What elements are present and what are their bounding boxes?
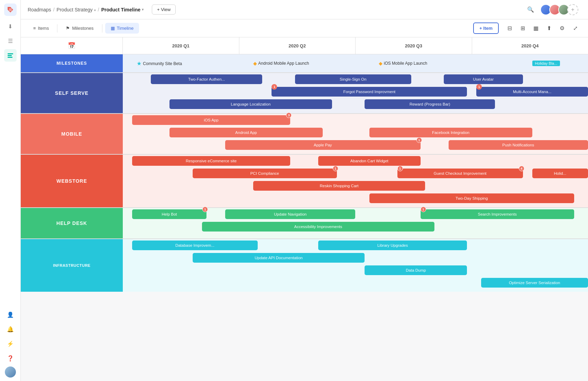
timeline-area: 📅 2020 Q1 2020 Q2 2020 Q3 2020 Q4 MILEST… — [21, 37, 588, 381]
add-user-button[interactable]: + — [567, 4, 578, 15]
breadcrumb-root[interactable]: Roadmaps — [28, 7, 51, 12]
columns-icon[interactable]: ▦ — [530, 22, 542, 34]
infra-label: INFRASTRUCTURE — [21, 239, 123, 292]
bar-reward[interactable]: Reward (Progress Bar) — [365, 99, 495, 109]
bar-optimize[interactable]: Optimize Server Serialization — [481, 278, 588, 288]
mobile-label: MOBILE — [21, 114, 123, 154]
pci-badge: 1 — [333, 166, 338, 171]
settings-icon[interactable]: ⚙ — [556, 22, 568, 34]
ios-badge: 3 — [286, 112, 292, 118]
webstore-content: Responsive eCommerce site Abandon Cart W… — [123, 155, 588, 207]
helpdesk-lane: HELP DESK Help Bot 1 Update Navigation S… — [21, 208, 588, 239]
bar-language[interactable]: Language Localization — [169, 99, 332, 109]
user-avatars: + — [540, 4, 578, 15]
sidebar-person-icon[interactable]: 👤 — [4, 308, 17, 321]
breadcrumb-sep1: / — [53, 7, 55, 12]
bar-pci[interactable]: PCI Compliance — [193, 169, 337, 178]
milestone-community-label: Community Site Beta — [143, 61, 182, 66]
selfserve-content: Two-Factor Authen... Single-Sign On User… — [123, 73, 588, 113]
filter-icon[interactable]: ⊟ — [504, 22, 515, 34]
bar-ios[interactable]: iOS App — [132, 115, 290, 125]
helpdesk-content: Help Bot 1 Update Navigation Search Impr… — [123, 208, 588, 238]
bar-search[interactable]: Search Improvements — [421, 209, 574, 219]
parent-caret: ▾ — [94, 8, 96, 12]
sidebar-help-icon[interactable]: ❓ — [4, 352, 17, 364]
selfserve-lane: SELF SERVE Two-Factor Authen... Single-S… — [21, 73, 588, 114]
export-icon[interactable]: ⬆ — [543, 22, 555, 34]
sidebar-bell-icon[interactable]: 🔔 — [4, 323, 17, 335]
bar-update-nav[interactable]: Update Navigation — [225, 209, 356, 219]
search-icon[interactable]: 🔍 — [525, 4, 536, 15]
tab-divider-2 — [102, 24, 102, 33]
helpdesk-label: HELP DESK — [21, 208, 123, 238]
diamond-icon-ios: ◆ — [379, 61, 383, 66]
bar-android[interactable]: Android App — [169, 128, 323, 137]
tab-divider-1 — [57, 24, 57, 33]
helpbot-badge: 1 — [202, 207, 208, 212]
milestones-content: ★ Community Site Beta ◆ Android Mobile A… — [123, 54, 588, 72]
fullscreen-icon[interactable]: ⤢ — [569, 22, 581, 34]
bar-helpbot-wrapper: Help Bot 1 — [132, 209, 206, 219]
diamond-icon-android: ◆ — [253, 61, 257, 66]
bar-api-docs[interactable]: Update API Documentation — [193, 253, 365, 263]
bar-holid[interactable]: Holid... — [532, 169, 588, 178]
bar-user-avatar[interactable]: User Avatar — [444, 74, 523, 84]
tab-timeline[interactable]: ▦ Timeline — [105, 23, 139, 34]
sidebar-list-icon[interactable]: ☰ — [4, 35, 17, 47]
bar-accessibility[interactable]: Accessibility Improvements — [202, 222, 435, 232]
bar-facebook[interactable]: Facebook Integration — [369, 128, 532, 137]
svg-rect-0 — [8, 53, 13, 54]
bar-guest[interactable]: Guest Checkout Improvement — [397, 169, 523, 178]
svg-rect-2 — [8, 57, 12, 58]
bar-forgot[interactable]: Forgot Password Improvment — [272, 87, 467, 97]
bar-data-dump[interactable]: Data Dump — [365, 265, 467, 275]
sidebar-user-avatar[interactable] — [5, 366, 16, 378]
bar-search-wrapper: Search Improvements 1 — [421, 209, 574, 219]
bar-sso[interactable]: Single-Sign On — [295, 74, 411, 84]
bar-abandon-cart[interactable]: Abandon Cart Widget — [318, 156, 421, 166]
bar-applepay[interactable]: Apple Pay — [225, 140, 421, 150]
calendar-icon: 📅 — [68, 42, 75, 49]
sidebar-roadmap-icon[interactable] — [4, 49, 17, 62]
bar-library[interactable]: Library Upgrades — [318, 241, 467, 250]
toolbar-actions: ⊟ ⊞ ▦ ⬆ ⚙ ⤢ — [504, 22, 581, 34]
group-icon[interactable]: ⊞ — [517, 22, 529, 34]
tab-items[interactable]: ≡ Items — [28, 23, 54, 34]
milestone-community[interactable]: ★ Community Site Beta — [137, 60, 182, 67]
svg-rect-1 — [8, 55, 12, 56]
bar-push[interactable]: Push Notifications — [449, 140, 588, 150]
bar-reskin[interactable]: Reskin Shopping Cart — [253, 181, 425, 191]
bar-helpbot[interactable]: Help Bot — [132, 209, 206, 219]
label-header: 📅 — [21, 37, 123, 54]
bar-responsive[interactable]: Responsive eCommerce site — [132, 156, 290, 166]
milestone-ios[interactable]: ◆ iOS Mobile App Launch — [379, 61, 427, 66]
breadcrumb-sep2: / — [98, 7, 99, 12]
milestone-holiday[interactable]: Holiday Bla... — [532, 61, 560, 66]
breadcrumb-current: Product Timeline ▾ — [101, 7, 144, 12]
bar-two-factor[interactable]: Two-Factor Authen... — [151, 74, 263, 84]
bar-multiaccount[interactable]: Multi-Account Mana... — [476, 87, 588, 97]
top-nav: Roadmaps / Product Strategy ▾ / Product … — [21, 0, 588, 19]
bar-database[interactable]: Database Improvem... — [132, 241, 258, 250]
nav-icons: 🔍 + — [525, 4, 581, 15]
infrastructure-lane: INFRASTRUCTURE Database Improvem... Libr… — [21, 239, 588, 292]
add-item-button[interactable]: + Item — [473, 22, 499, 34]
sidebar-bolt-icon[interactable]: ⚡ — [4, 337, 17, 350]
guest-badge1: 1 — [397, 166, 403, 171]
holiday-bar: Holiday Bla... — [532, 61, 560, 66]
quarter-q1: 2020 Q1 — [123, 37, 239, 54]
milestone-android[interactable]: ◆ Android Mobile App Launch — [253, 61, 309, 66]
app-logo[interactable] — [4, 3, 17, 16]
breadcrumb-parent[interactable]: Product Strategy ▾ — [57, 7, 96, 12]
bar-twoday[interactable]: Two-Day Shipping — [369, 193, 574, 203]
bar-ios-wrapper: iOS App 3 — [132, 115, 290, 125]
tab-milestones[interactable]: ⚑ Milestones — [60, 23, 99, 34]
quarter-q4: 2020 Q4 — [472, 37, 588, 54]
bar-applepay-wrapper: Apple Pay 1 — [225, 140, 421, 150]
webstore-label: WEBSTORE — [21, 155, 123, 207]
sidebar-download-icon[interactable]: ⬇ — [4, 20, 17, 33]
applepay-badge: 1 — [416, 137, 422, 143]
milestones-label: MILESTONES — [21, 54, 123, 72]
view-button[interactable]: + View — [152, 4, 176, 15]
quarter-q2: 2020 Q2 — [239, 37, 356, 54]
